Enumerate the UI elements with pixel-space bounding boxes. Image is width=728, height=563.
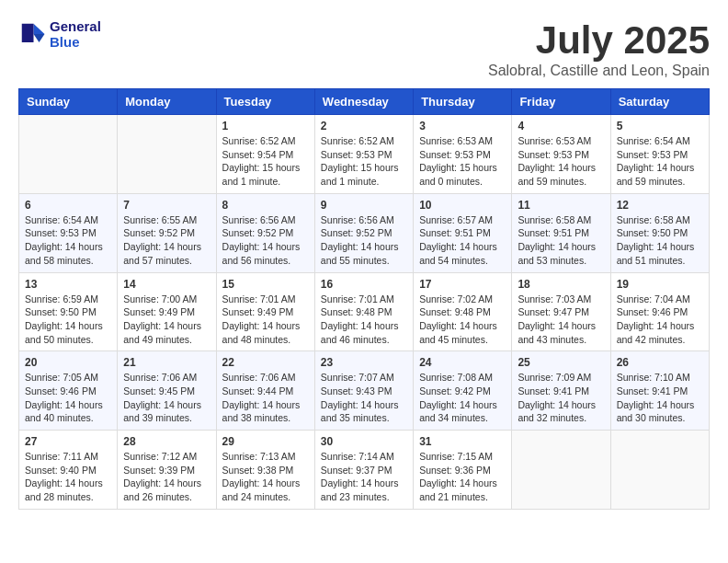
calendar-cell: 5Sunrise: 6:54 AM Sunset: 9:53 PM Daylig… bbox=[610, 115, 709, 194]
day-info: Sunrise: 7:00 AM Sunset: 9:49 PM Dayligh… bbox=[123, 293, 210, 347]
calendar-week-row: 6Sunrise: 6:54 AM Sunset: 9:53 PM Daylig… bbox=[19, 193, 710, 272]
calendar-cell bbox=[512, 431, 610, 510]
day-number: 23 bbox=[321, 356, 407, 369]
day-number: 12 bbox=[617, 199, 703, 212]
calendar-table: SundayMondayTuesdayWednesdayThursdayFrid… bbox=[18, 88, 710, 510]
calendar-cell: 22Sunrise: 7:06 AM Sunset: 9:44 PM Dayli… bbox=[216, 351, 314, 431]
svg-rect-2 bbox=[22, 24, 34, 42]
day-info: Sunrise: 7:02 AM Sunset: 9:48 PM Dayligh… bbox=[419, 293, 506, 347]
weekday-header-saturday: Saturday bbox=[610, 89, 709, 115]
calendar-cell: 25Sunrise: 7:09 AM Sunset: 9:41 PM Dayli… bbox=[512, 351, 610, 431]
day-number: 22 bbox=[222, 356, 309, 369]
calendar-cell bbox=[19, 115, 118, 194]
calendar-cell: 9Sunrise: 6:56 AM Sunset: 9:52 PM Daylig… bbox=[314, 193, 413, 272]
day-info: Sunrise: 7:10 AM Sunset: 9:41 PM Dayligh… bbox=[617, 371, 703, 425]
calendar-cell: 27Sunrise: 7:11 AM Sunset: 9:40 PM Dayli… bbox=[19, 431, 118, 510]
day-number: 13 bbox=[25, 278, 111, 291]
calendar-cell: 3Sunrise: 6:53 AM Sunset: 9:53 PM Daylig… bbox=[414, 115, 512, 194]
day-info: Sunrise: 7:15 AM Sunset: 9:36 PM Dayligh… bbox=[419, 450, 506, 504]
calendar-cell: 20Sunrise: 7:05 AM Sunset: 9:46 PM Dayli… bbox=[19, 351, 118, 431]
calendar-cell: 21Sunrise: 7:06 AM Sunset: 9:45 PM Dayli… bbox=[118, 351, 216, 431]
calendar-week-row: 20Sunrise: 7:05 AM Sunset: 9:46 PM Dayli… bbox=[19, 351, 710, 431]
calendar-cell: 29Sunrise: 7:13 AM Sunset: 9:38 PM Dayli… bbox=[216, 431, 314, 510]
calendar-cell: 1Sunrise: 6:52 AM Sunset: 9:54 PM Daylig… bbox=[216, 115, 314, 194]
day-number: 11 bbox=[518, 199, 604, 212]
day-number: 18 bbox=[518, 278, 604, 291]
day-info: Sunrise: 6:59 AM Sunset: 9:50 PM Dayligh… bbox=[25, 293, 111, 347]
svg-marker-1 bbox=[34, 34, 45, 42]
day-info: Sunrise: 7:01 AM Sunset: 9:48 PM Dayligh… bbox=[321, 293, 407, 347]
day-number: 30 bbox=[321, 435, 407, 448]
logo: General Blue bbox=[18, 18, 101, 50]
page-title: July 2025 bbox=[488, 18, 710, 63]
calendar-cell bbox=[118, 115, 216, 194]
logo-text: General Blue bbox=[50, 18, 101, 50]
calendar-cell: 19Sunrise: 7:04 AM Sunset: 9:46 PM Dayli… bbox=[610, 272, 709, 351]
day-number: 25 bbox=[518, 356, 604, 369]
day-number: 28 bbox=[123, 435, 210, 448]
day-info: Sunrise: 7:11 AM Sunset: 9:40 PM Dayligh… bbox=[25, 450, 111, 504]
day-number: 19 bbox=[617, 278, 703, 291]
day-number: 6 bbox=[25, 199, 111, 212]
day-number: 26 bbox=[617, 356, 703, 369]
weekday-header-wednesday: Wednesday bbox=[314, 89, 413, 115]
day-number: 5 bbox=[617, 120, 703, 132]
logo-icon bbox=[18, 20, 46, 48]
day-number: 7 bbox=[123, 199, 210, 212]
day-info: Sunrise: 7:14 AM Sunset: 9:37 PM Dayligh… bbox=[321, 450, 407, 504]
day-number: 21 bbox=[123, 356, 210, 369]
day-info: Sunrise: 6:56 AM Sunset: 9:52 PM Dayligh… bbox=[321, 213, 407, 268]
weekday-header-thursday: Thursday bbox=[414, 89, 512, 115]
day-number: 1 bbox=[222, 120, 309, 132]
day-info: Sunrise: 7:03 AM Sunset: 9:47 PM Dayligh… bbox=[518, 293, 604, 347]
calendar-week-row: 27Sunrise: 7:11 AM Sunset: 9:40 PM Dayli… bbox=[19, 431, 710, 510]
day-info: Sunrise: 6:56 AM Sunset: 9:52 PM Dayligh… bbox=[222, 213, 309, 268]
day-number: 31 bbox=[419, 435, 506, 448]
calendar-cell: 4Sunrise: 6:53 AM Sunset: 9:53 PM Daylig… bbox=[512, 115, 610, 194]
calendar-cell: 24Sunrise: 7:08 AM Sunset: 9:42 PM Dayli… bbox=[414, 351, 512, 431]
day-number: 10 bbox=[419, 199, 506, 212]
calendar-cell: 15Sunrise: 7:01 AM Sunset: 9:49 PM Dayli… bbox=[216, 272, 314, 351]
day-info: Sunrise: 6:54 AM Sunset: 9:53 PM Dayligh… bbox=[25, 213, 111, 268]
day-number: 3 bbox=[419, 120, 506, 132]
day-info: Sunrise: 7:06 AM Sunset: 9:44 PM Dayligh… bbox=[222, 371, 309, 425]
weekday-header-friday: Friday bbox=[512, 89, 610, 115]
day-number: 17 bbox=[419, 278, 506, 291]
day-info: Sunrise: 6:53 AM Sunset: 9:53 PM Dayligh… bbox=[419, 134, 506, 189]
calendar-cell: 16Sunrise: 7:01 AM Sunset: 9:48 PM Dayli… bbox=[314, 272, 413, 351]
weekday-header-monday: Monday bbox=[118, 89, 216, 115]
day-number: 29 bbox=[222, 435, 309, 448]
day-info: Sunrise: 7:09 AM Sunset: 9:41 PM Dayligh… bbox=[518, 371, 604, 425]
day-info: Sunrise: 6:52 AM Sunset: 9:54 PM Dayligh… bbox=[222, 134, 309, 189]
day-number: 4 bbox=[518, 120, 604, 132]
day-info: Sunrise: 6:58 AM Sunset: 9:51 PM Dayligh… bbox=[518, 213, 604, 268]
calendar-cell: 30Sunrise: 7:14 AM Sunset: 9:37 PM Dayli… bbox=[314, 431, 413, 510]
day-info: Sunrise: 6:58 AM Sunset: 9:50 PM Dayligh… bbox=[617, 213, 703, 268]
day-number: 27 bbox=[25, 435, 111, 448]
day-info: Sunrise: 7:06 AM Sunset: 9:45 PM Dayligh… bbox=[123, 371, 210, 425]
calendar-cell: 23Sunrise: 7:07 AM Sunset: 9:43 PM Dayli… bbox=[314, 351, 413, 431]
day-number: 2 bbox=[321, 120, 407, 132]
svg-marker-0 bbox=[34, 24, 45, 34]
day-info: Sunrise: 7:13 AM Sunset: 9:38 PM Dayligh… bbox=[222, 450, 309, 504]
calendar-cell: 8Sunrise: 6:56 AM Sunset: 9:52 PM Daylig… bbox=[216, 193, 314, 272]
day-number: 16 bbox=[321, 278, 407, 291]
weekday-header-row: SundayMondayTuesdayWednesdayThursdayFrid… bbox=[19, 89, 710, 115]
page-header: General Blue July 2025 Salobral, Castill… bbox=[18, 18, 710, 79]
weekday-header-sunday: Sunday bbox=[19, 89, 118, 115]
calendar-cell: 2Sunrise: 6:52 AM Sunset: 9:53 PM Daylig… bbox=[314, 115, 413, 194]
day-info: Sunrise: 6:52 AM Sunset: 9:53 PM Dayligh… bbox=[321, 134, 407, 189]
day-info: Sunrise: 6:55 AM Sunset: 9:52 PM Dayligh… bbox=[123, 213, 210, 268]
calendar-cell: 28Sunrise: 7:12 AM Sunset: 9:39 PM Dayli… bbox=[118, 431, 216, 510]
day-info: Sunrise: 7:07 AM Sunset: 9:43 PM Dayligh… bbox=[321, 371, 407, 425]
day-info: Sunrise: 7:08 AM Sunset: 9:42 PM Dayligh… bbox=[419, 371, 506, 425]
title-block: July 2025 Salobral, Castille and Leon, S… bbox=[488, 18, 710, 79]
day-number: 8 bbox=[222, 199, 309, 212]
calendar-cell: 13Sunrise: 6:59 AM Sunset: 9:50 PM Dayli… bbox=[19, 272, 118, 351]
day-info: Sunrise: 7:12 AM Sunset: 9:39 PM Dayligh… bbox=[123, 450, 210, 504]
day-info: Sunrise: 6:53 AM Sunset: 9:53 PM Dayligh… bbox=[518, 134, 604, 189]
day-number: 24 bbox=[419, 356, 506, 369]
day-number: 9 bbox=[321, 199, 407, 212]
day-info: Sunrise: 7:04 AM Sunset: 9:46 PM Dayligh… bbox=[617, 293, 703, 347]
calendar-cell: 17Sunrise: 7:02 AM Sunset: 9:48 PM Dayli… bbox=[414, 272, 512, 351]
